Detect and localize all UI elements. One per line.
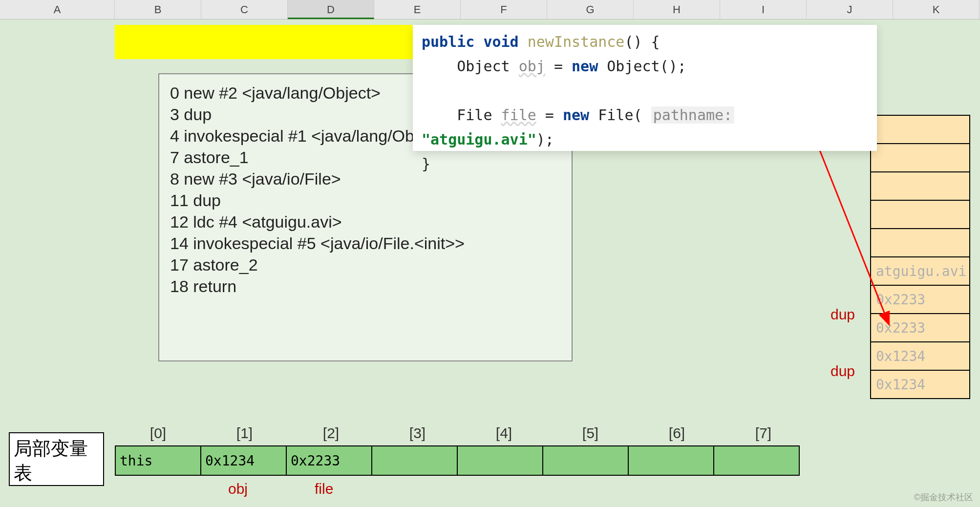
lvt-cell[interactable] <box>713 445 800 476</box>
lvt-index: [3] <box>374 425 461 442</box>
stack-cell: 0x2233 <box>870 313 970 342</box>
bytecode-line: 17 astore_2 <box>170 254 561 275</box>
bytecode-line: 12 ldc #4 <atguigu.avi> <box>170 211 561 232</box>
stack-cell <box>870 228 970 257</box>
java-line-file: File file = new File( pathname: "atguigu… <box>422 103 868 152</box>
stack-cell: 0x2233 <box>870 285 970 314</box>
lvt-cell[interactable] <box>371 445 458 476</box>
column-header-row: ABCDEFGHIJK <box>0 0 980 20</box>
stack-cell <box>870 200 970 229</box>
local-var-table-label: 局部变量表 <box>9 432 104 486</box>
lvt-index: [2] <box>288 425 374 442</box>
operand-stack: atguigu.avi0x22330x22330x12340x1234 <box>870 116 970 399</box>
stack-cell <box>870 115 970 144</box>
stack-cell: 0x1234 <box>870 370 970 399</box>
lvt-under-label: obj <box>228 481 248 497</box>
java-line-close: } <box>422 152 868 176</box>
bytecode-line: 14 invokespecial #5 <java/io/File.<init>… <box>170 232 561 254</box>
lvt-cell[interactable] <box>542 445 629 476</box>
stack-cell: atguigu.avi <box>870 256 970 286</box>
lvt-index: [5] <box>547 425 634 442</box>
lvt-index: [6] <box>634 425 720 442</box>
lvt-cell[interactable]: 0x2233 <box>286 445 372 476</box>
stack-cell <box>870 143 970 172</box>
java-line-signature: public void newInstance() { <box>422 30 868 54</box>
stack-cell: 0x1234 <box>870 341 970 371</box>
stack-cell <box>870 171 970 201</box>
column-header-g[interactable]: G <box>547 0 634 19</box>
watermark: ©掘金技术社区 <box>914 491 973 503</box>
lvt-under-label: file <box>315 481 333 497</box>
column-header-b[interactable]: B <box>115 0 201 19</box>
bytecode-line: 11 dup <box>170 190 561 211</box>
lvt-cell[interactable] <box>628 445 714 476</box>
lvt-cell[interactable]: this <box>115 445 201 476</box>
lvt-index: [7] <box>720 425 807 442</box>
local-var-indices: [0][1][2][3][4][5][6][7] <box>115 425 807 442</box>
stack-dup-label: dup <box>831 306 855 323</box>
column-header-f[interactable]: F <box>461 0 547 19</box>
column-header-i[interactable]: I <box>720 0 807 19</box>
column-header-e[interactable]: E <box>374 0 461 19</box>
stack-dup-label: dup <box>831 363 855 380</box>
lvt-index: [1] <box>201 425 288 442</box>
column-header-h[interactable]: H <box>634 0 720 19</box>
column-header-k[interactable]: K <box>893 0 980 19</box>
bytecode-line: 18 return <box>170 275 561 297</box>
column-header-j[interactable]: J <box>807 0 893 19</box>
lvt-index: [4] <box>461 425 547 442</box>
java-source-panel: public void newInstance() { Object obj =… <box>413 25 877 151</box>
lvt-index: [0] <box>115 425 201 442</box>
lvt-cell[interactable] <box>457 445 543 476</box>
column-header-c[interactable]: C <box>201 0 288 19</box>
java-line-object: Object obj = new Object(); <box>422 54 868 79</box>
lvt-cell[interactable]: 0x1234 <box>200 445 287 476</box>
column-header-a[interactable]: A <box>0 0 115 19</box>
column-header-d[interactable]: D <box>288 0 374 19</box>
local-var-table: this0x12340x2233 <box>115 445 800 476</box>
